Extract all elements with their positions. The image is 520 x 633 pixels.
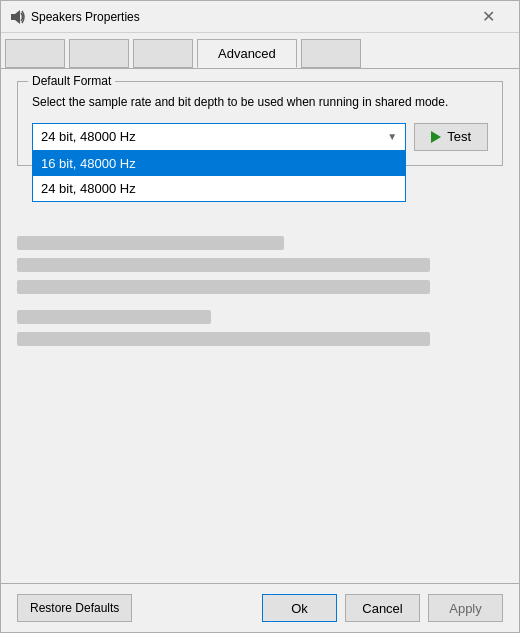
dropdown-item-16bit[interactable]: 16 bit, 48000 Hz [33,151,405,176]
select-value: 24 bit, 48000 Hz [41,129,136,144]
group-label: Default Format [28,74,115,88]
select-row: 24 bit, 48000 Hz ▼ 16 bit, 48000 Hz 24 b… [32,123,488,151]
tab-advanced[interactable]: Advanced [197,39,297,68]
chevron-down-icon: ▼ [387,131,397,142]
bottom-bar: Restore Defaults Ok Cancel Apply [1,583,519,632]
tab-2[interactable] [69,39,129,68]
content-area: Default Format Select the sample rate an… [1,69,519,583]
tab-5[interactable] [301,39,361,68]
tab-3[interactable] [133,39,193,68]
window-title: Speakers Properties [31,10,465,24]
gray-bar-5 [17,332,430,346]
secondary-content [17,310,503,346]
gray-bar-4 [17,310,211,324]
gray-bar-1 [17,236,284,250]
speaker-icon [9,9,25,25]
svg-marker-1 [15,10,20,24]
play-icon [431,131,441,143]
cancel-button[interactable]: Cancel [345,594,420,622]
gray-bar-3 [17,280,430,294]
tab-1[interactable] [5,39,65,68]
restore-defaults-button[interactable]: Restore Defaults [17,594,132,622]
gray-bar-2 [17,258,430,272]
ok-button[interactable]: Ok [262,594,337,622]
title-bar: Speakers Properties ✕ [1,1,519,33]
format-select[interactable]: 24 bit, 48000 Hz ▼ [32,123,406,151]
speakers-properties-window: Speakers Properties ✕ Advanced Default F… [0,0,520,633]
dialog-buttons: Ok Cancel Apply [262,594,503,622]
format-select-wrapper: 24 bit, 48000 Hz ▼ 16 bit, 48000 Hz 24 b… [32,123,406,151]
apply-button[interactable]: Apply [428,594,503,622]
svg-rect-0 [11,14,15,20]
default-format-group: Default Format Select the sample rate an… [17,81,503,166]
description-text: Select the sample rate and bit depth to … [32,94,488,111]
test-button-label: Test [447,129,471,144]
tab-bar: Advanced [1,33,519,69]
format-dropdown: 16 bit, 48000 Hz 24 bit, 48000 Hz [32,151,406,202]
close-button[interactable]: ✕ [465,1,511,33]
disabled-content [17,236,503,294]
test-button[interactable]: Test [414,123,488,151]
dropdown-item-24bit[interactable]: 24 bit, 48000 Hz [33,176,405,201]
